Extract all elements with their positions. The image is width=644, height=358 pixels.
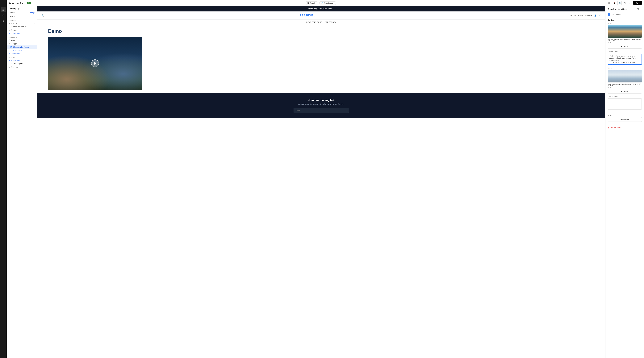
sidebar-item-apps-template[interactable]: ▼ ⊞ Apps [7, 42, 37, 46]
video-player[interactable] [48, 37, 142, 90]
mailing-title: Join our mailing list [42, 98, 601, 102]
top-bar-left: Sense - Main Theme Live ⋯ [9, 2, 34, 4]
snap-logo: S [608, 13, 610, 16]
expand-icon-2: ▶ [9, 26, 10, 28]
sidebar-item-email-signup[interactable]: ▶ ☰ Email signup [7, 62, 37, 66]
account-icon[interactable]: 👤 [594, 14, 596, 16]
plus-icon-add-block: ⊕ [12, 50, 14, 52]
video-thumbnail-2 [608, 70, 642, 82]
left-panel-header: Default page [7, 6, 37, 11]
demo-link[interactable]: Demo ↗ [9, 16, 15, 18]
change-button-2[interactable]: ▾ Change [608, 90, 642, 94]
top-bar-center: 🖼 Default ▾ 📄 Default page ▾ [306, 2, 336, 5]
search-icon[interactable]: 🔍 [42, 14, 44, 17]
custom-html-textarea-1[interactable]: </h2><p>Give customers short details abo… [608, 54, 642, 65]
sidebar-item-apps-header[interactable]: ▶ ⊞ Apps ✎ [7, 22, 37, 25]
edit-icon[interactable]: ✎ [33, 22, 35, 24]
expand-icon-footer: ▶ [9, 66, 10, 68]
plus-icon-2: ⊕ [9, 53, 10, 55]
mobile-view-btn[interactable]: 💻 [618, 1, 622, 5]
snap-blocks-label: Snap Blocks [612, 14, 621, 16]
more-icon[interactable]: ⋯ [32, 2, 34, 4]
rail-icon-apps[interactable]: ⊞ [1, 18, 6, 23]
select-video-button[interactable]: Select video [608, 117, 642, 122]
snap-icon: S [10, 46, 12, 48]
remove-block-btn[interactable]: 🗑 Remove block [608, 126, 642, 129]
expand-icon-3: ▶ [9, 30, 10, 31]
email-input-row [294, 108, 349, 113]
header-right: Greece | EUR € English ▾ 👤 🛒 [570, 14, 601, 16]
expand-icon-email: ▶ [9, 63, 10, 64]
default-button[interactable]: 🖼 Default ▾ [306, 2, 318, 5]
custom-html-label-2: Custom HTML [608, 96, 642, 98]
sidebar-item-slideshow[interactable]: S Slideshow for Videos [7, 46, 37, 49]
change-link[interactable]: Change [29, 12, 35, 14]
change-button-1[interactable]: ▾ Change [608, 45, 642, 48]
default-page-button[interactable]: 📄 Default page ▾ [320, 2, 336, 5]
icon-rail: ⌂ ☰ ⚙ ⊞ [0, 0, 7, 358]
add-section-header[interactable]: ⊕ Add section [7, 32, 37, 35]
right-panel: Slideshow for Videos ⊡ ⋯ S Snap Blocks C… [605, 6, 644, 358]
footer-icon: ☰ [11, 66, 12, 68]
right-panel-header: Slideshow for Videos ⊡ ⋯ [606, 6, 644, 12]
store-nav: DEMO CATALOGUE APP DEMOS [37, 20, 605, 25]
undo-btn[interactable]: ↩ [628, 1, 632, 5]
announcement-text: Introducing Our Newest Apps → [308, 8, 334, 10]
play-button[interactable] [91, 60, 99, 67]
email-input[interactable] [294, 108, 349, 113]
footer-section-label: Footer [7, 56, 37, 59]
sidebar-item-announcement[interactable]: ▶ ☰ Announcement bar [7, 25, 37, 28]
grid-view-btn[interactable]: ⊞ [623, 1, 627, 5]
snap-blocks-row: S Snap Blocks [606, 12, 644, 17]
video-label-2: Video [608, 67, 642, 69]
rail-icon-sections[interactable]: ☰ [1, 7, 6, 12]
add-block-btn[interactable]: ⊕ Add block [7, 49, 37, 52]
cart-icon[interactable]: 🛒 [599, 14, 601, 16]
page-icon: ☰ [9, 39, 10, 41]
tablet-view-btn[interactable]: 📱 [612, 1, 616, 5]
region-label: Greece | EUR € [570, 14, 583, 16]
add-section-template[interactable]: ⊕ Add section [7, 52, 37, 56]
header-icon: ☰ [11, 29, 12, 31]
video-type-2: MP4 [608, 87, 642, 88]
sidebar-item-page[interactable]: ☰ Page [7, 38, 37, 42]
panel-copy-icon[interactable]: ⊡ [637, 8, 639, 10]
sidebar-item-footer[interactable]: ▶ ☰ Footer [7, 66, 37, 69]
live-badge: Live [26, 2, 31, 4]
canvas-area: Introducing Our Newest Apps → 🔍 SEAPIXEL… [37, 6, 605, 358]
nav-catalogue[interactable]: DEMO CATALOGUE [306, 21, 322, 23]
logo-part1: SEA [299, 14, 306, 17]
page-title: Default page [9, 8, 35, 10]
external-link-icon: ↗ [14, 16, 15, 18]
add-section-footer[interactable]: ⊕ Add section [7, 59, 37, 62]
main-area: Introducing Our Newest Apps → 🔍 SEAPIXEL… [37, 6, 605, 358]
right-panel-title: Slideshow for Videos [608, 8, 627, 10]
expand-icon: ▶ [9, 23, 10, 24]
page-heading: Demo [48, 28, 594, 34]
page-frame: Introducing Our Newest Apps → 🔍 SEAPIXEL… [37, 6, 605, 358]
nav-app-demos[interactable]: APP DEMOS [325, 21, 336, 23]
logo-part2: PIXEL [306, 14, 316, 17]
language-select[interactable]: English ▾ [586, 14, 592, 16]
rail-icon-home[interactable]: ⌂ [1, 2, 6, 7]
video-label-3: Video [608, 114, 642, 116]
preview-row: Preview Change [7, 11, 37, 15]
apps-template-icon: ⊞ [11, 43, 12, 45]
mailing-section: Join our mailing list Join our email lis… [37, 93, 605, 118]
panel-more-icon[interactable]: ⋯ [640, 8, 642, 10]
video-filename-1: flight-over-a-mountain-hollow-covered-wi… [608, 38, 642, 42]
play-triangle [94, 62, 97, 65]
content-label: Content [608, 19, 642, 21]
expand-icon-apps: ▼ [9, 43, 10, 44]
change-icon-1: ▾ [621, 46, 622, 48]
custom-html-label-1: Custom HTML [608, 51, 642, 53]
video-type-1: MP4 [608, 42, 642, 44]
video-label-1: Video [608, 22, 642, 24]
save-button[interactable]: Save [633, 1, 642, 5]
desktop-view-btn[interactable]: 🖥 [607, 1, 611, 5]
rail-icon-settings[interactable]: ⚙ [1, 13, 6, 18]
plus-icon-1: ⊕ [9, 32, 10, 34]
email-icon: ☰ [11, 63, 12, 65]
sidebar-item-header[interactable]: ▶ ☰ Header [7, 28, 37, 32]
custom-html-textarea-2[interactable] [608, 98, 642, 110]
